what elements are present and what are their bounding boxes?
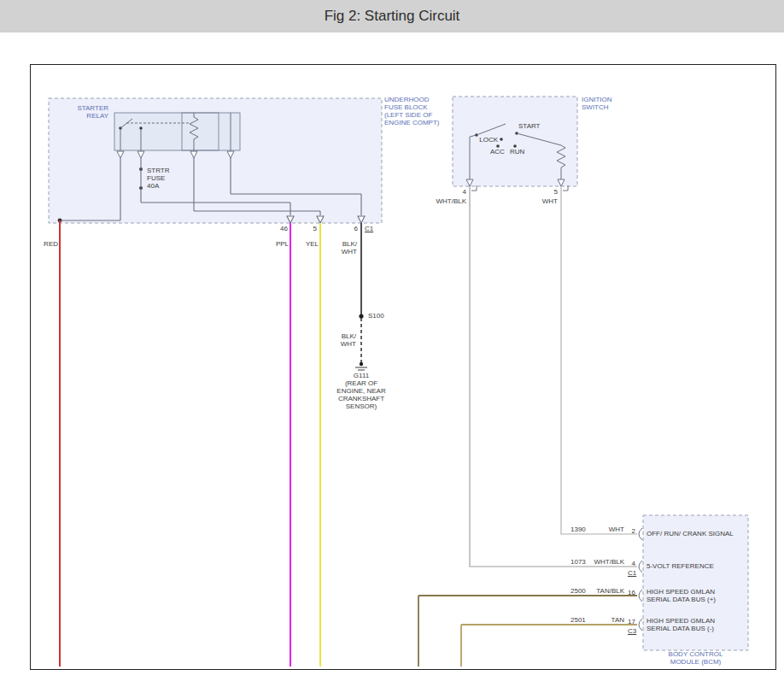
strtr-fuse-label: STRTR FUSE 40A (147, 167, 170, 190)
fuse-block-connector-c1: C1 (365, 225, 373, 232)
figure-viewer: Fig 2: Starting Circuit (0, 0, 784, 693)
bcm-pin-number: 16 (628, 589, 635, 596)
bcm-signal-line: HIGH SPEED GMLAN (647, 588, 716, 596)
ignition-pos-acc: ACC (490, 148, 505, 156)
bcm-pin-number: 17 (628, 618, 635, 625)
bcm-pin-number: 2 (632, 527, 635, 535)
wire-label-ppl: PPL (276, 240, 289, 248)
wire-label-wht: WHT (542, 197, 558, 205)
bcm-signal: HIGH SPEED GMLAN SERIAL DATA BUS (-) (647, 617, 715, 632)
ground-g111-label: G111 (REAR OF ENGINE, NEAR CRANKSHAFT SE… (327, 372, 395, 410)
ignition-label-line: SWITCH (582, 103, 612, 111)
ignition-pin-5: 5 (554, 188, 558, 196)
bcm-wire-color: TAN (611, 616, 624, 624)
bcm-signal-line: HIGH SPEED GMLAN (647, 617, 715, 625)
wire-label-line: WHT (341, 340, 356, 348)
underhood-label-line: FUSE BLOCK (384, 103, 439, 111)
strtr-fuse-label-line: FUSE (147, 174, 170, 182)
underhood-label-line: UNDERHOOD (384, 96, 439, 103)
fuse-block-pin-5: 5 (313, 225, 317, 232)
ground-label-line: CRANKSHAFT (327, 395, 395, 402)
fuse-block-pin-46: 46 (280, 225, 288, 232)
bcm-circuit-number: 1073 (570, 558, 586, 566)
bcm-signal: 5-VOLT REFERENCE (647, 562, 714, 570)
wire-label-wht-blk: WHT/BLK (436, 197, 466, 205)
bcm-circuit-number: 1390 (570, 526, 586, 533)
underhood-label-line: ENGINE COMPT) (384, 119, 439, 126)
ground-label-line: (REAR OF (327, 379, 395, 387)
ground-label-line: ENGINE, NEAR (327, 387, 395, 395)
bcm-connector: C1 (628, 569, 636, 577)
wire-label-yel: YEL (306, 240, 319, 248)
relay-contact-dot (139, 126, 143, 130)
starter-relay-label-line: STARTER (77, 104, 108, 112)
bcm-circuit-number: 2500 (570, 587, 586, 595)
strtr-fuse-label-line: STRTR (147, 167, 170, 174)
lock-contact-dot (500, 138, 503, 141)
ignition-pos-lock: LOCK (479, 136, 498, 144)
bcm-wire-color: TAN/BLK (596, 587, 624, 595)
bcm-label: BODY CONTROL MODULE (BCM) (644, 650, 747, 666)
underhood-label-line: (LEFT SIDE OF (384, 111, 439, 119)
bcm-connector: C3 (628, 627, 636, 635)
ignition-pos-run: RUN (510, 148, 524, 156)
wire-label-blk-wht-upper: BLK/ WHT (342, 240, 357, 255)
bcm-wire-color: WHT (609, 526, 624, 533)
splice-s100-dot (359, 314, 363, 318)
bcm-label-line: MODULE (BCM) (644, 658, 747, 666)
ground-g111-dot (360, 362, 363, 366)
fuse-end-dot (139, 167, 143, 171)
wire-label-red: RED (44, 240, 58, 248)
wire-label-blk-wht-lower: BLK/ WHT (341, 332, 356, 348)
underhood-fuse-block-label: UNDERHOOD FUSE BLOCK (LEFT SIDE OF ENGIN… (384, 96, 439, 126)
ignition-switch-label: IGNITION SWITCH (582, 96, 612, 111)
bcm-signal-line: SERIAL DATA BUS (-) (647, 625, 715, 632)
bcm-wire-color: WHT/BLK (594, 558, 624, 566)
bcm-label-line: BODY CONTROL (644, 650, 747, 658)
splice-s100-label: S100 (368, 312, 384, 320)
wire-label-line: BLK/ (342, 240, 357, 248)
fuse-end-dot (139, 186, 143, 190)
ground-label-line: G111 (327, 372, 395, 379)
bcm-signal-line: SERIAL DATA BUS (+) (647, 596, 716, 603)
ignition-label-line: IGNITION (582, 96, 612, 103)
ignition-pos-start: START (518, 122, 540, 130)
wire-label-line: BLK/ (341, 332, 356, 340)
bcm-circuit-number: 2501 (570, 616, 586, 624)
starter-relay-label-line: RELAY (77, 112, 108, 120)
fuse-block-pin-6: 6 (354, 225, 358, 232)
starter-relay-label: STARTER RELAY (77, 104, 108, 120)
bcm-pin-number: 4 (632, 560, 635, 567)
ignition-pin-4: 4 (463, 188, 466, 196)
bcm-signal: HIGH SPEED GMLAN SERIAL DATA BUS (+) (647, 588, 716, 603)
bcm-signal: OFF/ RUN/ CRANK SIGNAL (647, 530, 734, 537)
ignition-switch-symbol (453, 97, 577, 191)
strtr-fuse-label-line: 40A (147, 182, 170, 190)
ground-label-line: SENSOR) (327, 402, 395, 410)
wire-label-line: WHT (342, 248, 357, 255)
